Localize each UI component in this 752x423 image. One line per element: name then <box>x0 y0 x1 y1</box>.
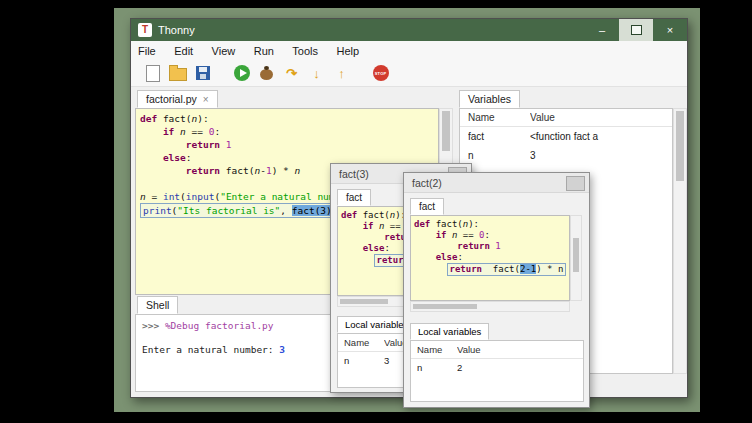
frame-vertical-scrollbar <box>570 215 582 301</box>
stop-icon: STOP <box>373 65 389 81</box>
menu-edit[interactable]: Edit <box>167 42 200 61</box>
menu-file[interactable]: File <box>131 42 163 61</box>
open-folder-icon <box>169 68 187 81</box>
frame-code-view[interactable]: def fact(n): if n == 0: return 1 else: r… <box>410 215 570 301</box>
tab-local-variables[interactable]: Local variables <box>410 323 489 340</box>
stop-button[interactable]: STOP <box>369 62 392 85</box>
debug-button[interactable] <box>255 62 278 85</box>
tab-fact[interactable]: fact <box>337 189 371 206</box>
step-out-button[interactable]: ↑ <box>330 62 353 85</box>
tab-fact[interactable]: fact <box>410 198 444 215</box>
toolbar: ↷ ↓ ↑ STOP <box>131 60 687 87</box>
frame-horizontal-scrollbar-thumb[interactable] <box>340 299 388 304</box>
menu-run[interactable]: Run <box>247 42 281 61</box>
window-title: Thonny <box>158 19 195 41</box>
step-over-icon: ↷ <box>286 67 297 80</box>
tab-label: fact <box>419 201 435 212</box>
menu-bar: File Edit View Run Tools Help <box>131 41 687 60</box>
column-header-name: Name <box>344 337 384 348</box>
table-row[interactable]: fact<function fact a <box>460 127 672 146</box>
variables-scrollbar <box>673 108 687 374</box>
table-row[interactable]: n2 <box>411 359 583 376</box>
menu-tools[interactable]: Tools <box>285 42 325 61</box>
column-header-value: Value <box>457 344 577 355</box>
tab-shell[interactable]: Shell <box>137 296 178 314</box>
frame-title: fact(3) <box>339 168 369 180</box>
stop-label: STOP <box>375 71 387 76</box>
title-bar[interactable]: T Thonny – × <box>131 19 687 41</box>
menu-help[interactable]: Help <box>330 42 367 61</box>
new-file-button[interactable] <box>141 62 164 85</box>
run-button[interactable] <box>230 62 253 85</box>
tab-label: fact <box>346 192 362 203</box>
column-header-value: Value <box>530 112 664 123</box>
save-button[interactable] <box>191 62 214 85</box>
minimize-button[interactable]: – <box>585 19 619 41</box>
tab-label: Shell <box>146 299 169 311</box>
save-icon <box>196 66 210 80</box>
step-into-icon: ↓ <box>313 67 320 80</box>
tab-close-icon[interactable]: × <box>203 94 209 105</box>
local-variables-panel: Name Value n2 <box>410 340 584 402</box>
column-header-name: Name <box>417 344 457 355</box>
tab-label: Local variables <box>345 319 408 330</box>
column-header-name: Name <box>468 112 530 123</box>
editor-scrollbar-thumb[interactable] <box>442 111 450 151</box>
locals-table: n2 <box>411 359 583 376</box>
frame-window-fact2: fact(2) fact def fact(n): if n == 0: ret… <box>403 172 590 408</box>
frame-close-button[interactable] <box>566 176 585 191</box>
locals-table-header: Name Value <box>411 341 583 359</box>
tab-factorial-py[interactable]: factorial.py× <box>137 90 218 108</box>
menu-view[interactable]: View <box>205 42 243 61</box>
open-file-button[interactable] <box>166 62 189 85</box>
tab-label: Local variables <box>418 326 481 337</box>
maximize-button[interactable] <box>619 19 653 41</box>
frame-vertical-scrollbar-thumb[interactable] <box>573 238 579 272</box>
tab-label: factorial.py <box>146 93 197 105</box>
variables-scrollbar-thumb[interactable] <box>676 111 684 181</box>
new-file-icon <box>146 65 160 82</box>
close-button[interactable]: × <box>653 19 687 41</box>
variables-table: fact<function fact an3 <box>460 127 672 165</box>
frame-horizontal-scrollbar <box>410 301 570 312</box>
run-icon <box>234 65 250 81</box>
debug-bug-icon <box>260 69 273 80</box>
frame-horizontal-scrollbar-thumb[interactable] <box>413 304 477 309</box>
tab-label: Variables <box>468 93 511 105</box>
maximize-icon <box>631 25 642 35</box>
frame-title-bar[interactable]: fact(2) <box>404 173 589 193</box>
tab-variables[interactable]: Variables <box>459 90 520 108</box>
variables-table-header: Name Value <box>460 109 672 127</box>
table-row[interactable]: n3 <box>460 146 672 165</box>
step-over-button[interactable]: ↷ <box>280 62 303 85</box>
step-into-button[interactable]: ↓ <box>305 62 328 85</box>
frame-title: fact(2) <box>412 177 442 189</box>
step-out-icon: ↑ <box>338 67 345 80</box>
app-icon: T <box>138 23 152 37</box>
